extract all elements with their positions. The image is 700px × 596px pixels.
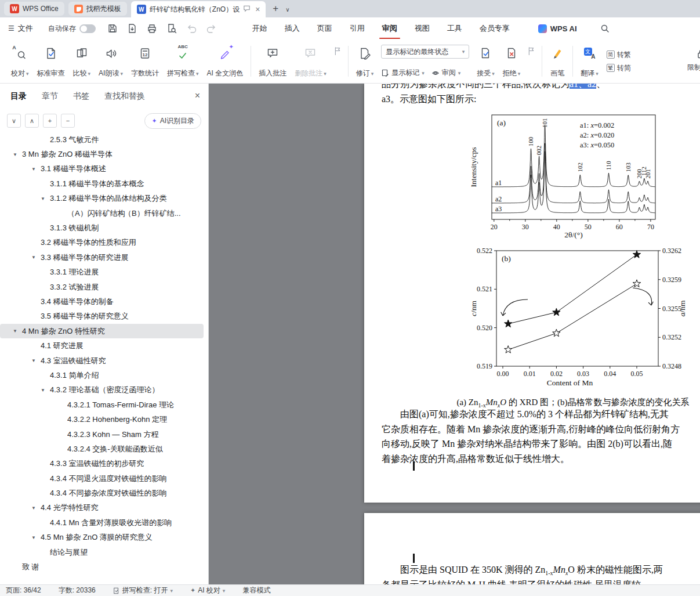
- outline-item[interactable]: ▼4.4.1 Mn 含量对薄膜吸收光谱的影响: [0, 515, 208, 530]
- revision-flag-button[interactable]: [524, 42, 538, 80]
- tab-list-chevron-icon[interactable]: ∨: [285, 6, 289, 13]
- spellcheck-status[interactable]: 拼写检查: 打开▾: [113, 586, 173, 595]
- template-tab[interactable]: 找稻壳模板: [68, 2, 127, 16]
- highlight-pen-button[interactable]: 画笔: [546, 42, 569, 80]
- body-text-line[interactable]: 它杂质相存在。随着 Mn 掺杂浓度的逐渐升高,衍射峰的峰位向低衍射角方: [382, 424, 680, 435]
- expand-triangle-icon[interactable]: ▼: [13, 328, 22, 334]
- outline-item[interactable]: ▼3.3 稀磁半导体的研究进展: [0, 250, 208, 265]
- to-simplified-button[interactable]: 繁 转简: [607, 63, 631, 73]
- outline-item[interactable]: ▼4.3.4 不同掺杂浓度对铁磁性的影响: [0, 486, 208, 500]
- translate-button[interactable]: 文A 翻译▾: [576, 42, 603, 80]
- expand-triangle-icon[interactable]: ▼: [31, 255, 41, 260]
- tab-find-replace[interactable]: 查找和替换: [104, 91, 145, 102]
- to-traditional-button[interactable]: 简 转繁: [607, 50, 631, 60]
- outline-item[interactable]: ▼3.1.3 铁磁机制: [0, 221, 208, 235]
- outline-item[interactable]: ▼4.3.1 简单介绍: [0, 368, 208, 382]
- outline-item[interactable]: ▼3.5 稀磁半导体的研究意义: [0, 309, 208, 324]
- ai-recognize-toc-button[interactable]: ✦ AI识别目录: [144, 113, 201, 129]
- tab-bookmarks[interactable]: 书签: [73, 91, 89, 102]
- tab-contents[interactable]: 目录: [10, 91, 27, 102]
- outline-item[interactable]: ▼4.4 光学特性研究: [0, 501, 208, 515]
- outline-item[interactable]: ▼3.4 稀磁半导体的制备: [0, 294, 208, 309]
- ai-proofread-status[interactable]: ✦ AI 校对▾: [190, 586, 225, 595]
- outline-item-label[interactable]: （B）纤锌矿结...: [124, 208, 181, 219]
- outline-item[interactable]: ▼4.3.3 室温铁磁性的初步研究: [0, 457, 208, 471]
- body-text-line[interactable]: 向移动,反映了 Mn 掺杂对纳米晶结构带来了影响。由图 2(b)可以看出,随: [382, 438, 672, 450]
- expand-triangle-icon[interactable]: ▼: [41, 388, 50, 393]
- autosave-toggle[interactable]: [79, 24, 96, 33]
- tab-sections[interactable]: 章节: [42, 91, 58, 102]
- expand-triangle-icon[interactable]: ▼: [41, 196, 50, 201]
- menu-tab-insert[interactable]: 插入: [276, 17, 309, 39]
- review-pane-button[interactable]: 审阅▾: [431, 68, 461, 78]
- new-tab-button[interactable]: +: [273, 3, 278, 15]
- outline-item[interactable]: ▼4.3.2.4 交换-关联能函数近似: [0, 442, 208, 456]
- ai-polish-button[interactable]: ✦ AI 全文润色: [202, 42, 247, 80]
- save-icon[interactable]: [107, 23, 118, 34]
- zoom-in-outline-button[interactable]: +: [43, 114, 57, 128]
- menu-tab-view[interactable]: 视图: [406, 17, 438, 39]
- body-text-line[interactable]: 图示是由 SQUID 在 350K 测得的 Zn1-xMnxO 粉末的磁性能图示…: [382, 564, 663, 579]
- markup-state-select[interactable]: 显示标记的最终状态 ▾: [381, 45, 469, 59]
- expand-triangle-icon[interactable]: ▼: [31, 358, 41, 363]
- close-tab-icon[interactable]: ×: [255, 5, 260, 14]
- body-text-line[interactable]: 着掺杂浓度的升高,晶格常数近似于线性增大。: [382, 453, 570, 465]
- ai-read-aloud-button[interactable]: AI朗读▾: [95, 42, 127, 80]
- outline-item[interactable]: ▼3.1.1 稀磁半导体的基本概念: [0, 176, 208, 191]
- outline-item[interactable]: ▼致 谢: [0, 559, 208, 574]
- outline-item[interactable]: ▼4.1 研究进展: [0, 338, 208, 353]
- outline-item[interactable]: ▼4.3.2.3 Kohn — Sham 方程: [0, 427, 208, 442]
- menu-tab-reference[interactable]: 引用: [341, 17, 373, 39]
- expand-triangle-icon[interactable]: ▼: [31, 505, 41, 511]
- word-count-button[interactable]: 12 字数统计: [127, 42, 163, 80]
- word-count-indicator[interactable]: 字数: 20336: [59, 586, 96, 595]
- figure-caption[interactable]: (a) Zn1-xMnxO 的 XRD 图；(b)晶格常数与掺杂浓度的变化关系: [364, 397, 700, 409]
- print-preview-icon[interactable]: [166, 23, 177, 34]
- outline-item[interactable]: ▼3.3.1 理论进展: [0, 265, 208, 280]
- page-37[interactable]: 图示是由 SQUID 在 350K 测得的 Zn1-xMnxO 粉末的磁性能图示…: [364, 513, 700, 584]
- expand-triangle-icon[interactable]: ▼: [31, 535, 41, 540]
- autosave-control[interactable]: 自动保存: [48, 24, 96, 34]
- page-indicator[interactable]: 页面: 36/42: [6, 586, 41, 595]
- restrict-edit-button[interactable]: 限制编辑: [683, 42, 700, 74]
- show-markup-button[interactable]: 显示标记▾: [381, 68, 425, 78]
- outline-item[interactable]: ▼3.2 稀磁半导体的性质和应用: [0, 236, 208, 250]
- outline-item[interactable]: ▼4.3.4 不同退火温度对铁磁性的影响: [0, 471, 208, 486]
- page-36[interactable]: 品分别为掺杂浓度不同的三个样品,依次标记为a1、a2、 a3。示意图如下图所示:…: [364, 84, 700, 503]
- document-tab[interactable]: W 纤锌矿结构氧化锌（ZnO）设 ×: [131, 1, 266, 17]
- close-sidebar-icon[interactable]: ×: [195, 91, 200, 101]
- outline-item[interactable]: ▼4.3.2.2 Hohenberg-Kohn 定理: [0, 412, 208, 427]
- outline-item[interactable]: ▼4.3.2 理论基础（密度泛函理论）: [0, 383, 208, 398]
- outline-item[interactable]: ▼结论与展望: [0, 545, 208, 559]
- reject-button[interactable]: 拒绝▾: [499, 42, 525, 80]
- output-icon[interactable]: [127, 23, 138, 34]
- insert-comment-button[interactable]: 插入批注: [255, 42, 291, 80]
- track-changes-button[interactable]: 修订▾: [352, 42, 378, 80]
- standard-review-button[interactable]: 标准审查: [33, 42, 69, 80]
- menu-tab-page[interactable]: 页面: [309, 17, 341, 39]
- expand-triangle-icon[interactable]: ▼: [13, 152, 22, 157]
- body-text-line[interactable]: a3。示意图如下图所示:: [382, 93, 477, 105]
- outline-item[interactable]: ▼4 Mn 掺杂 ZnO 特性研究: [0, 324, 204, 338]
- outline-item[interactable]: ▼4.3 室温铁磁性研究: [0, 353, 208, 368]
- accept-button[interactable]: 接受▾: [473, 42, 499, 80]
- menu-tab-tools[interactable]: 工具: [438, 17, 471, 39]
- menu-tab-membership[interactable]: 会员专享: [471, 17, 518, 39]
- outline-item[interactable]: ▼4.3.2.1 Tomas-Fermi-Dirae 理论: [0, 398, 208, 412]
- comment-bubble-icon[interactable]: [243, 5, 251, 14]
- body-text-line[interactable]: 品分别为掺杂浓度不同的三个样品,依次标记为a1、a2、: [382, 84, 605, 90]
- wps-ai-button[interactable]: WPS AI: [538, 24, 577, 33]
- outline-item[interactable]: ▼3 Mn 掺杂 ZnO 稀磁半导体: [0, 147, 208, 161]
- compare-button[interactable]: 比较▾: [69, 42, 95, 80]
- file-menu[interactable]: ☰ 文件: [8, 23, 33, 34]
- body-text-line[interactable]: 由图(a)可知,掺杂浓度不超过 5.0%的 3 个样品都为纤锌矿结构,无其: [382, 409, 669, 420]
- outline-item[interactable]: ▼3.1 稀磁半导体概述: [0, 162, 208, 176]
- outline-item[interactable]: ▼3.1.2 稀磁半导体的晶体结构及分类: [0, 192, 208, 206]
- body-text-line[interactable]: 条都显示了比较好的 M-H 曲线,表明了很好的铁磁性,居里温度较: [382, 579, 641, 585]
- home-tab[interactable]: W WPS Office: [4, 2, 64, 16]
- expand-all-button[interactable]: ∧: [25, 114, 39, 128]
- spell-check-button[interactable]: ABC 拼写检查▾: [163, 42, 203, 80]
- outline-item[interactable]: ▼2.5.3 气敏元件: [0, 132, 208, 147]
- menu-tab-start[interactable]: 开始: [244, 17, 276, 39]
- outline-item[interactable]: ▼4.5 Mn 掺杂 ZnO 薄膜的研究意义: [0, 530, 208, 545]
